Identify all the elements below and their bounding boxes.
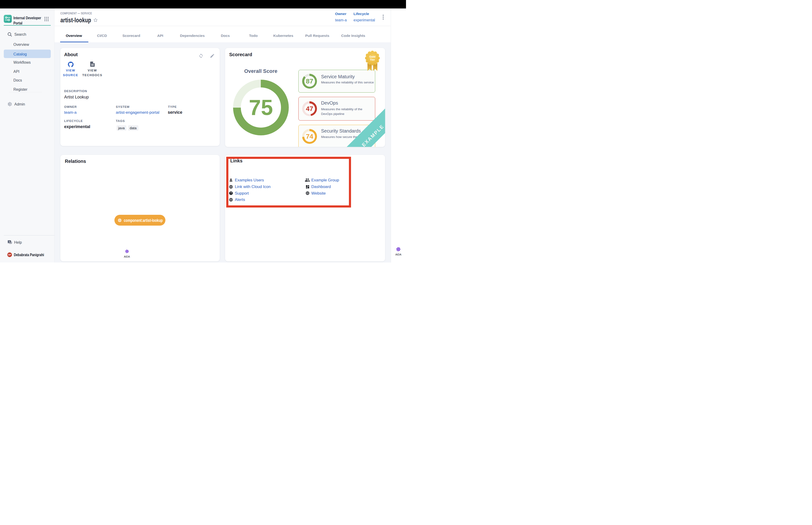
svg-text:Tier: Tier — [370, 58, 375, 61]
svg-text:Gold: Gold — [369, 55, 376, 58]
svg-text:?: ? — [9, 241, 10, 243]
